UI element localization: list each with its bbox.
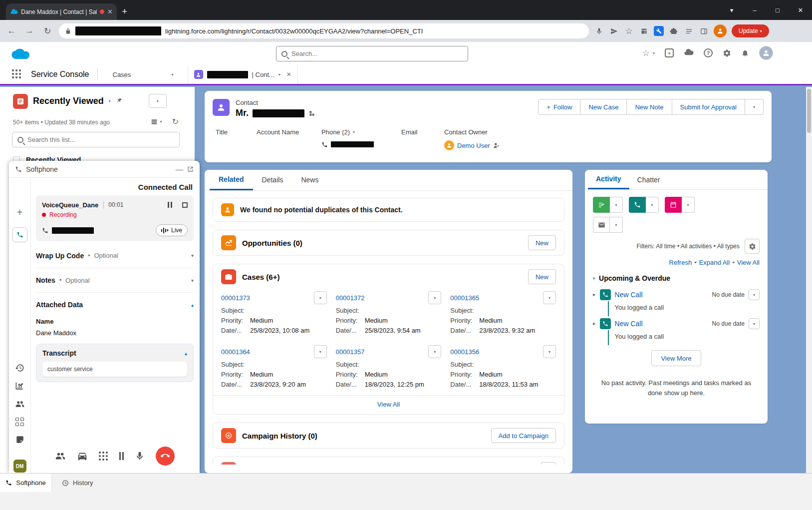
follow-button[interactable]: +Follow [538,99,580,115]
phone-chevron-icon[interactable]: ▾ [353,130,355,134]
end-call-button[interactable] [156,447,175,466]
log-call-chevron-button[interactable]: ▾ [646,197,659,213]
tab-related[interactable]: Related [210,170,253,190]
hierarchy-icon[interactable] [308,110,315,117]
active-call-tab[interactable] [12,227,27,242]
new-tab-button[interactable]: + [122,6,127,17]
window-maximize-button[interactable]: □ [766,0,789,20]
tab-search-chevron-icon[interactable]: ▾ [720,0,743,20]
change-owner-icon[interactable] [493,142,500,149]
nav-tab-cases[interactable]: Cases ▾ [106,65,181,84]
opportunities-title[interactable]: Opportunities (0) [242,239,302,247]
new-case-button[interactable]: New Case [580,99,627,115]
microphone-icon[interactable] [135,451,145,461]
reading-list-icon[interactable] [684,26,694,36]
cloud-upload-icon[interactable] [684,49,694,57]
chevron-down-icon[interactable]: ▾ [191,278,194,283]
new-task-icon[interactable] [593,197,610,213]
new-note-button[interactable]: New Note [627,99,672,115]
notifications-bell-icon[interactable] [741,49,749,57]
cases-tab-chevron-icon[interactable]: ▾ [171,72,173,77]
refresh-link[interactable]: Refresh [669,259,692,266]
list-search[interactable] [12,132,180,147]
email-icon[interactable] [593,217,610,233]
browser-tab[interactable]: Dane Maddox | Contact | Sal ✕ [6,3,117,20]
reload-icon[interactable]: ↻ [41,26,54,36]
case-number-link[interactable]: 00001365 [450,294,479,302]
side-panel-icon[interactable] [699,26,709,36]
tab-chatter[interactable]: Chatter [629,170,668,189]
grid-icon[interactable] [15,418,24,427]
add-call-icon[interactable]: + [17,207,23,218]
timeline-item-actions-button[interactable]: ▾ [749,318,760,329]
case-number-link[interactable]: 00001364 [221,348,250,356]
car-icon[interactable] [77,451,88,462]
setup-gear-icon[interactable] [723,49,731,57]
stop-icon[interactable] [182,202,188,208]
owner-link[interactable]: Demo User [457,142,490,149]
list-view-chevron-icon[interactable]: ▾ [109,99,111,103]
activity-settings-gear-icon[interactable] [745,239,760,254]
list-search-input[interactable] [27,136,174,143]
extensions-puzzle-icon[interactable] [669,26,679,36]
tab-news[interactable]: News [292,170,327,190]
timeline-item-actions-button[interactable]: ▾ [749,289,760,300]
notes-icon[interactable] [15,435,24,444]
case-number-link[interactable]: 00001373 [221,294,250,302]
app-launcher-icon[interactable] [12,69,22,79]
submit-approval-button[interactable]: Submit for Approval [672,99,745,115]
scrollbar-track[interactable] [806,87,812,473]
agent-avatar[interactable]: DM [13,460,26,473]
new-event-icon[interactable] [665,197,682,213]
bookmark-star-icon[interactable]: ☆ [624,26,634,36]
contact-tab-close-icon[interactable]: ✕ [286,71,291,78]
cases-new-button[interactable]: New [528,269,556,284]
case-actions-button[interactable]: ▾ [314,345,327,358]
hold-icon[interactable] [168,202,172,208]
workspace-tab-contact[interactable]: | Cont... ▾ ✕ [188,65,298,84]
new-task-chevron-button[interactable]: ▾ [610,197,623,213]
user-avatar[interactable] [759,46,773,60]
notes-section[interactable]: Notes • Optional ▾ [36,268,194,292]
global-search[interactable] [276,46,468,61]
expand-chevron-icon[interactable]: ▸ [593,291,596,298]
list-view-settings-button[interactable]: ▾ [149,94,167,108]
utility-softphone-tab[interactable]: Softphone [0,474,52,492]
log-call-icon[interactable] [629,197,646,213]
expand-all-link[interactable]: Expand All [699,259,730,266]
partial-card-button[interactable] [541,462,556,465]
people-icon[interactable] [55,451,66,462]
window-close-button[interactable]: ✕ [789,0,812,20]
browser-profile-avatar[interactable] [714,24,727,37]
display-as-icon[interactable]: ▾ [151,118,162,125]
timeline-item-link[interactable]: New Call [615,320,643,328]
scrollbar-thumb[interactable] [807,89,811,133]
case-actions-button[interactable]: ▾ [428,291,441,304]
favorites-star-icon[interactable]: ☆▾ [642,48,655,58]
more-actions-button[interactable]: ▾ [745,99,764,115]
case-number-link[interactable]: 00001356 [450,348,479,356]
add-to-campaign-button[interactable]: Add to Campaign [491,428,556,443]
view-all-link[interactable]: View All [737,259,760,266]
case-actions-button[interactable]: ▾ [543,345,556,358]
forward-icon[interactable]: → [23,26,36,36]
help-icon[interactable]: ? [704,48,713,57]
view-more-button[interactable]: View More [651,350,701,366]
microphone-icon[interactable] [594,26,604,36]
chevron-down-icon[interactable]: ▾ [191,253,194,258]
campaign-history-title[interactable]: Campaign History (0) [242,432,317,440]
attached-data-section[interactable]: Attached Data ▴ [36,292,194,317]
case-actions-button[interactable]: ▾ [543,291,556,304]
global-search-input[interactable] [291,50,463,57]
chevron-up-icon[interactable]: ▴ [191,302,194,308]
case-number-link[interactable]: 00001372 [336,294,365,302]
side-search-icon[interactable] [639,26,649,36]
window-minimize-button[interactable]: – [743,0,766,20]
popout-icon[interactable] [187,166,194,172]
chrome-update-button[interactable]: Update ▾ [732,24,769,37]
back-icon[interactable]: ← [5,26,18,36]
dialpad-icon[interactable] [99,452,108,461]
section-chevron-icon[interactable]: ▾ [593,276,595,281]
tab-activity[interactable]: Activity [588,170,629,189]
new-event-chevron-button[interactable]: ▾ [682,197,695,213]
